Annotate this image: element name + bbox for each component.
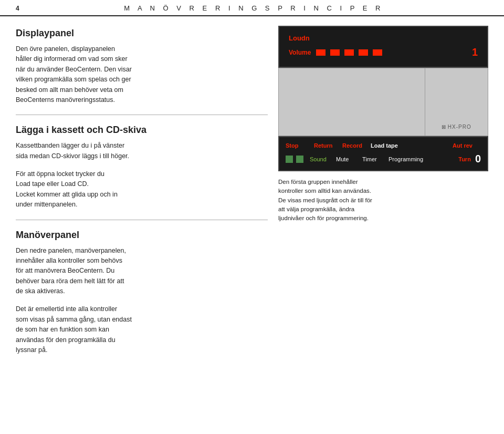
- dp-volume-row: Volume 1: [289, 46, 478, 58]
- section-manoverpanel: Manöverpanel Den nedre panelen, manöverp…: [16, 230, 268, 356]
- bottom-control-panel: Stop Return Record Load tape Aut rev Sou…: [278, 136, 488, 171]
- divider-2: [16, 220, 268, 220]
- dp-loudn-label: Loudn: [289, 34, 478, 42]
- displaypanel-body: Den övre panelen, displaypanelen håller …: [16, 44, 268, 105]
- dp-bar-4: [359, 49, 368, 56]
- main-content: Displaypanel Den övre panelen, displaypa…: [0, 16, 504, 355]
- turn-number-group: Turn 0: [458, 153, 481, 165]
- manoverpanel-body1: Den nedre panelen, manöverpanelen, inneh…: [16, 246, 268, 297]
- hx-pro-container: ⊠ HX-PRO: [442, 122, 471, 130]
- turn-label: Turn: [458, 156, 471, 162]
- middle-panel-area: ⊠ HX-PRO: [278, 68, 488, 136]
- bottom-note: Den första gruppen innehåller kontroller…: [278, 178, 488, 223]
- aut-rev-button[interactable]: Aut rev: [453, 142, 474, 149]
- lagga-body1: Kassettbanden lägger du i på vänster sid…: [16, 141, 268, 161]
- page-title: M A N Ö V R E R I N G S P R I N C I P E …: [19, 4, 488, 12]
- programming-label[interactable]: Programming: [388, 156, 423, 162]
- displaypanel-heading: Displaypanel: [16, 28, 268, 39]
- dp-volume-number: 1: [472, 46, 478, 58]
- dp-bar-2: [330, 49, 340, 56]
- return-button[interactable]: Return: [314, 142, 335, 149]
- lagga-body2: För att öppna locket trycker du Load tap…: [16, 169, 268, 210]
- load-tape-button[interactable]: Load tape: [371, 142, 398, 149]
- page-header: 4 M A N Ö V R E R I N G S P R I N C I P …: [0, 0, 504, 16]
- display-panel-illustration: Loudn Volume 1: [278, 26, 488, 68]
- page-number: 4: [16, 5, 19, 12]
- mid-left-panel: [278, 68, 425, 136]
- sound-label[interactable]: Sound: [310, 156, 329, 162]
- section-lagga: Lägga i kassett och CD-skiva Kassettband…: [16, 125, 268, 210]
- hx-pro-symbol: ⊠: [442, 124, 446, 130]
- record-button[interactable]: Record: [342, 142, 363, 149]
- section-displaypanel: Displaypanel Den övre panelen, displaypa…: [16, 28, 268, 105]
- left-column: Displaypanel Den övre panelen, displaypa…: [16, 16, 278, 355]
- dp-bar-5: [373, 49, 382, 56]
- stop-button[interactable]: Stop: [286, 142, 307, 149]
- eq-icon-group: [286, 156, 304, 163]
- hx-pro-text: HX-PRO: [448, 124, 471, 130]
- manoverpanel-body2: Det är emellertid inte alla kontroller s…: [16, 304, 268, 355]
- dp-bar-3: [344, 49, 354, 56]
- eq-bar-2: [296, 156, 303, 163]
- mid-right-panel: ⊠ HX-PRO: [425, 68, 488, 136]
- dp-volume-label: Volume: [289, 49, 311, 56]
- right-column: Loudn Volume 1 ⊠ HX-PRO: [278, 16, 488, 355]
- turn-value: 0: [475, 153, 481, 165]
- lagga-heading: Lägga i kassett och CD-skiva: [16, 125, 268, 136]
- control-row-1: Stop Return Record Load tape Aut rev: [286, 142, 481, 149]
- manoverpanel-heading: Manöverpanel: [16, 230, 268, 241]
- eq-bar-1: [286, 156, 293, 163]
- divider-1: [16, 115, 268, 115]
- mute-label[interactable]: Mute: [336, 156, 355, 162]
- control-row-2: Sound Mute Timer Programming Turn 0: [286, 153, 481, 165]
- timer-label[interactable]: Timer: [362, 156, 381, 162]
- dp-bar-1: [316, 49, 326, 56]
